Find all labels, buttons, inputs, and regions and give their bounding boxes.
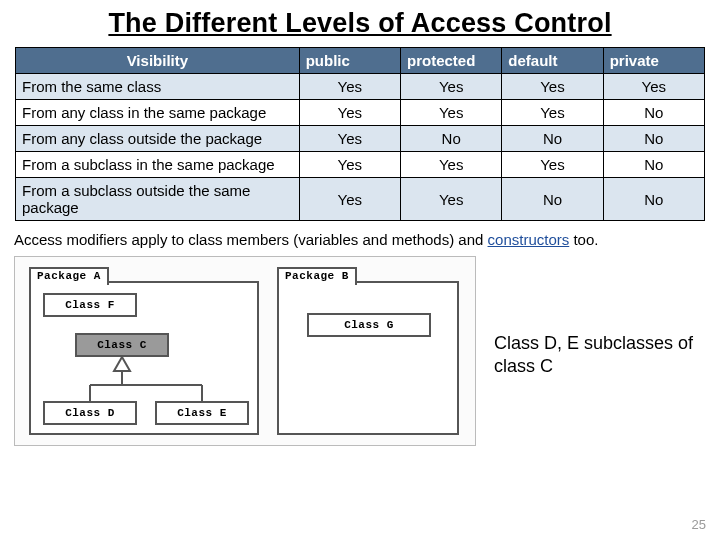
table-row: From a subclass in the same packageYesYe… — [16, 152, 705, 178]
row-label: From any class in the same package — [16, 100, 300, 126]
package-b-box: Package B — [277, 281, 459, 435]
table-header-row: Visibility public protected default priv… — [16, 48, 705, 74]
note-accent: constructors — [488, 231, 570, 248]
diagram-row: Package A Package B Class F Class C Clas… — [14, 256, 706, 446]
header-public: public — [299, 48, 400, 74]
table-row: From the same classYesYesYesYes — [16, 74, 705, 100]
cell-value: Yes — [603, 74, 704, 100]
table-row: From any class in the same packageYesYes… — [16, 100, 705, 126]
uml-diagram: Package A Package B Class F Class C Clas… — [14, 256, 476, 446]
slide-title: The Different Levels of Access Control — [10, 8, 710, 39]
cell-value: No — [401, 126, 502, 152]
cell-value: Yes — [299, 100, 400, 126]
page-number: 25 — [692, 517, 706, 532]
row-label: From any class outside the package — [16, 126, 300, 152]
modifiers-note: Access modifiers apply to class members … — [14, 231, 706, 248]
header-protected: protected — [401, 48, 502, 74]
cell-value: No — [603, 178, 704, 221]
cell-value: No — [502, 178, 603, 221]
cell-value: Yes — [502, 100, 603, 126]
note-prefix: Access modifiers apply to class members … — [14, 231, 488, 248]
class-e-box: Class E — [155, 401, 249, 425]
cell-value: Yes — [401, 152, 502, 178]
row-label: From the same class — [16, 74, 300, 100]
table-row: From a subclass outside the same package… — [16, 178, 705, 221]
access-table: Visibility public protected default priv… — [15, 47, 705, 221]
table-body: From the same classYesYesYesYesFrom any … — [16, 74, 705, 221]
header-default: default — [502, 48, 603, 74]
package-a-label: Package A — [29, 267, 109, 285]
cell-value: Yes — [502, 152, 603, 178]
class-f-box: Class F — [43, 293, 137, 317]
cell-value: Yes — [299, 178, 400, 221]
cell-value: Yes — [299, 74, 400, 100]
cell-value: No — [603, 126, 704, 152]
cell-value: Yes — [401, 100, 502, 126]
row-label: From a subclass in the same package — [16, 152, 300, 178]
cell-value: Yes — [502, 74, 603, 100]
cell-value: No — [603, 100, 704, 126]
note-suffix: too. — [569, 231, 598, 248]
table-row: From any class outside the packageYesNoN… — [16, 126, 705, 152]
header-private: private — [603, 48, 704, 74]
cell-value: Yes — [401, 178, 502, 221]
header-visibility: Visibility — [16, 48, 300, 74]
cell-value: Yes — [401, 74, 502, 100]
slide: The Different Levels of Access Control V… — [0, 0, 720, 540]
cell-value: No — [502, 126, 603, 152]
row-label: From a subclass outside the same package — [16, 178, 300, 221]
cell-value: No — [603, 152, 704, 178]
class-d-box: Class D — [43, 401, 137, 425]
package-b-label: Package B — [277, 267, 357, 285]
class-c-box: Class C — [75, 333, 169, 357]
class-g-box: Class G — [307, 313, 431, 337]
cell-value: Yes — [299, 152, 400, 178]
cell-value: Yes — [299, 126, 400, 152]
diagram-caption: Class D, E subclasses of class C — [494, 332, 704, 377]
